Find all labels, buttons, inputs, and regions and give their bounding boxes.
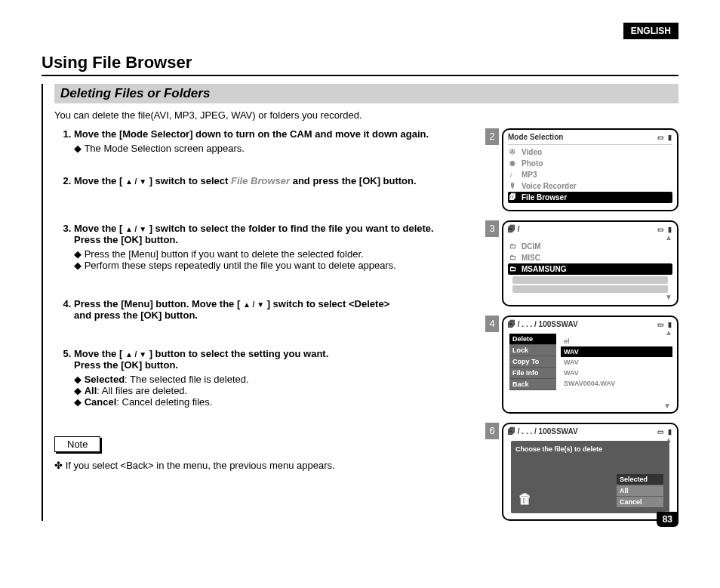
screen-2-block: 2 Mode Selection ▭ ▮ ✇Video ◉Photo ♪MP3 … <box>485 128 678 211</box>
status-icons: ▭ ▮ <box>657 321 672 328</box>
screen-context-menu: 🗐 / . . . / 100SSWAV ▭ ▮ ▲ Delete Lock C… <box>502 316 678 414</box>
step-1-lead: Move the [Mode Selector] down to turn on… <box>74 128 429 140</box>
file-row: WAV <box>561 357 672 368</box>
file-row: WAV <box>561 346 672 357</box>
delete-popup: Choose the file(s) to delete 🗑 Selected … <box>511 441 669 513</box>
screen-4-path: 🗐 / . . . / 100SSWAV <box>508 320 578 328</box>
step-3: Move the [ ▲ / ▼ ] switch to select the … <box>74 223 479 271</box>
screen-6-number: 6 <box>485 423 499 439</box>
context-menu: Delete Lock Copy To File Info Back <box>509 334 556 390</box>
step-2: Move the [ ▲ / ▼ ] switch to select File… <box>74 175 479 186</box>
mode-item-mp3: ♪MP3 <box>508 169 672 180</box>
step-1-sub: The Mode Selection screen appears. <box>74 143 479 154</box>
file-row: el <box>561 336 672 346</box>
status-icons: ▭ ▮ <box>657 428 672 436</box>
mode-item-filebrowser: 🗐File Browser <box>508 192 672 203</box>
note-text: If you select <Back> in the menu, the pr… <box>54 460 479 471</box>
screen-4-number: 4 <box>485 316 499 332</box>
mode-item-photo: ◉Photo <box>508 158 672 169</box>
step-1: Move the [Mode Selector] down to turn on… <box>74 128 479 154</box>
step-5-opt2: All: All files are deleted. <box>74 385 479 396</box>
step-3-sub2: Perform these steps repeatedly until the… <box>74 260 479 271</box>
mode-item-voice: 🎙Voice Recorder <box>508 180 672 192</box>
status-icons: ▭ ▮ <box>657 134 672 141</box>
step-3-sub1: Press the [Menu] button if you want to d… <box>74 248 479 260</box>
language-badge: ENGLISH <box>623 23 678 39</box>
menu-back: Back <box>509 379 556 390</box>
file-row: WAV <box>561 368 672 378</box>
folder-misc: 🗀MISC <box>508 252 672 263</box>
menu-fileinfo: File Info <box>509 368 556 379</box>
menu-copyto: Copy To <box>509 356 556 368</box>
screen-3-number: 3 <box>485 220 499 237</box>
popup-opt-cancel: Cancel <box>617 497 663 507</box>
intro-text: You can delete the file(AVI, MP3, JPEG, … <box>54 109 678 121</box>
page-title: Using File Browser <box>42 53 678 76</box>
screen-mode-selection: Mode Selection ▭ ▮ ✇Video ◉Photo ♪MP3 🎙V… <box>502 128 678 211</box>
section-subtitle: Deleting Files or Folders <box>54 84 678 103</box>
popup-title: Choose the file(s) to delete <box>515 445 665 453</box>
menu-lock: Lock <box>509 345 556 356</box>
step-5-opt1: Selected: The selected file is deleted. <box>74 374 479 385</box>
popup-opt-all: All <box>617 485 663 496</box>
note-box: Note <box>54 436 100 452</box>
screen-3-block: 3 🗐 / ▭ ▮ ▲ 🗀DCIM 🗀MISC 🗀MSAMSUNG <box>485 220 678 306</box>
screen-delete-popup: 🗐 / . . . / 100SSWAV ▭ ▮ ▲ Choose the fi… <box>502 423 678 521</box>
step-5: Move the [ ▲ / ▼ ] button to select the … <box>74 348 479 408</box>
file-list: el WAV WAV WAV SWAV0004.WAV <box>561 336 672 389</box>
mode-item-video: ✇Video <box>508 146 672 158</box>
screen-3-path: 🗐 / <box>508 225 520 233</box>
file-row: SWAV0004.WAV <box>561 378 672 389</box>
screen-folder-list: 🗐 / ▭ ▮ ▲ 🗀DCIM 🗀MISC 🗀MSAMSUNG ▼ <box>502 220 678 306</box>
trash-icon: 🗑 <box>518 491 532 507</box>
folder-msamsung: 🗀MSAMSUNG <box>508 263 672 275</box>
page-number: 83 <box>657 512 678 527</box>
screen-4-block: 4 🗐 / . . . / 100SSWAV ▭ ▮ ▲ Delete Lock <box>485 316 678 414</box>
folder-dcim: 🗀DCIM <box>508 241 672 252</box>
popup-opt-selected: Selected <box>617 474 663 485</box>
step-5-opt3: Cancel: Cancel deleting files. <box>74 396 479 408</box>
grey-file-browser: File Browser <box>231 175 290 186</box>
menu-delete: Delete <box>509 334 556 345</box>
status-icons: ▭ ▮ <box>657 226 672 233</box>
screen-2-title: Mode Selection <box>508 133 563 141</box>
screen-2-number: 2 <box>485 128 499 145</box>
screen-6-path: 🗐 / . . . / 100SSWAV <box>508 427 578 436</box>
step-4: Press the [Menu] button. Move the [ ▲ / … <box>74 298 479 321</box>
screen-6-block: 6 🗐 / . . . / 100SSWAV ▭ ▮ ▲ Choose the … <box>485 423 678 521</box>
